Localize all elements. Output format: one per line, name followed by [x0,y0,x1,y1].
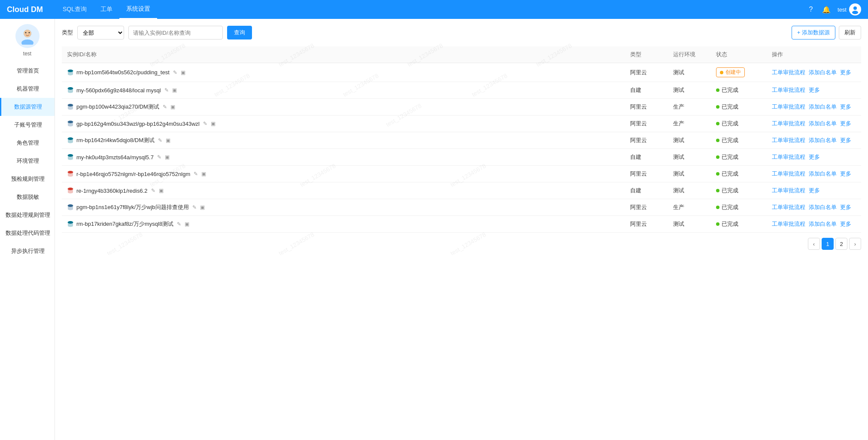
action-link[interactable]: 更多 [840,137,851,144]
cell-type: 阿里云 [625,63,668,82]
status-badge: 已完成 [716,203,738,211]
table-row: my-560pdx66g9z4848/local mysql ✎ ▣ 自建测试 … [62,82,861,99]
action-link[interactable]: 工单审批流程 [772,170,805,178]
edit-icon[interactable]: ✎ [151,188,155,194]
doc-icon[interactable]: ▣ [159,188,164,194]
action-link[interactable]: 工单审批流程 [772,220,805,228]
page-2-button[interactable]: 2 [835,238,847,250]
edit-icon[interactable]: ✎ [203,121,207,127]
instance-id-text: my-hk0u4tp3mzts64a/mysql5.7 [76,154,154,161]
sidebar-item-machine[interactable]: 机器管理 [0,80,55,98]
action-link[interactable]: 更多 [840,103,851,111]
edit-icon[interactable]: ✎ [192,204,197,210]
cell-env: 测试 [668,82,711,99]
doc-icon[interactable]: ▣ [201,171,206,177]
db-type-icon [67,137,74,144]
action-link[interactable]: 工单审批流程 [772,69,805,76]
cell-env: 测试 [668,182,711,199]
sidebar-item-env[interactable]: 环境管理 [0,152,55,170]
sidebar-item-dashboard[interactable]: 管理首页 [0,62,55,80]
doc-icon[interactable]: ▣ [166,137,170,143]
search-button[interactable]: 查询 [227,26,252,39]
type-select[interactable]: 全部 MySQL Redis PostgreSQL [77,26,124,39]
edit-icon[interactable]: ✎ [158,137,162,143]
cell-type: 阿里云 [625,199,668,216]
edit-icon[interactable]: ✎ [157,154,161,160]
action-link[interactable]: 更多 [809,153,820,161]
page-1-button[interactable]: 1 [822,238,834,250]
doc-icon[interactable]: ▣ [181,70,185,76]
sidebar-item-data-code[interactable]: 数据处理代码管理 [0,224,55,242]
avatar [849,3,861,15]
sidebar-item-subaccount[interactable]: 子账号管理 [0,116,55,134]
nav-sql[interactable]: SQL查询 [56,0,94,19]
nav-work-order[interactable]: 工单 [94,0,119,19]
action-link[interactable]: 更多 [840,69,851,76]
action-links: 工单审批流程添加白名单更多 [772,103,856,111]
action-link[interactable]: 更多 [809,187,820,194]
action-link[interactable]: 工单审批流程 [772,86,805,94]
cell-actions: 工单审批流程添加白名单更多 [767,216,861,233]
action-link[interactable]: 工单审批流程 [772,103,805,111]
action-link[interactable]: 工单审批流程 [772,120,805,127]
doc-icon[interactable]: ▣ [185,221,189,227]
sidebar-item-data-rule[interactable]: 数据处理规则管理 [0,206,55,224]
refresh-button[interactable]: 刷新 [839,26,861,39]
action-link[interactable]: 更多 [809,86,820,94]
next-page-button[interactable]: › [849,238,861,250]
doc-icon[interactable]: ▣ [170,104,175,110]
sidebar-item-precheck[interactable]: 预检规则管理 [0,170,55,188]
status-text: 已完成 [722,170,738,178]
doc-icon[interactable]: ▣ [172,87,177,93]
action-link[interactable]: 工单审批流程 [772,203,805,211]
sidebar-item-desensitize[interactable]: 数据脱敏 [0,188,55,206]
edit-icon[interactable]: ✎ [194,171,198,177]
edit-icon[interactable]: ✎ [163,104,167,110]
doc-icon[interactable]: ▣ [165,154,170,160]
action-link[interactable]: 添加白名单 [809,69,837,76]
cell-actions: 工单审批流程添加白名单更多 [767,99,861,115]
help-icon[interactable]: ? [807,5,815,14]
action-link[interactable]: 更多 [840,220,851,228]
header: Cloud DM SQL查询 工单 系统设置 ? 🔔 test [0,0,868,19]
sidebar-item-datasource[interactable]: 数据源管理 [0,98,55,116]
sidebar-item-async[interactable]: 异步执行管理 [0,242,55,260]
instance-id-container: rm-bp17kriden7gkaf8z/万少mysql8测试 ✎ ▣ [67,220,620,228]
bell-icon[interactable]: 🔔 [822,5,831,14]
sidebar-item-role[interactable]: 角色管理 [0,134,55,152]
action-links: 工单审批流程添加白名单更多 [772,69,856,76]
nav-system-settings[interactable]: 系统设置 [119,0,157,19]
status-text: 已完成 [722,203,738,211]
action-link[interactable]: 更多 [840,120,851,127]
action-link[interactable]: 添加白名单 [809,203,837,211]
edit-icon[interactable]: ✎ [164,87,169,93]
status-dot [716,222,719,226]
action-link[interactable]: 更多 [840,203,851,211]
cell-status: 已完成 [711,199,767,216]
add-datasource-button[interactable]: + 添加数据源 [792,26,835,39]
action-link[interactable]: 添加白名单 [809,170,837,178]
action-link[interactable]: 工单审批流程 [772,153,805,161]
action-link[interactable]: 工单审批流程 [772,137,805,144]
header-nav: SQL查询 工单 系统设置 [56,0,807,19]
layout: test 管理首页 机器管理 数据源管理 子账号管理 角色管理 环境管理 预检规… [0,19,868,440]
cell-actions: 工单审批流程更多 [767,149,861,166]
doc-icon[interactable]: ▣ [211,121,215,127]
action-link[interactable]: 添加白名单 [809,220,837,228]
action-link[interactable]: 添加白名单 [809,103,837,111]
search-input[interactable] [128,26,223,39]
edit-icon[interactable]: ✎ [177,221,181,227]
cell-status: 已完成 [711,132,767,149]
action-link[interactable]: 更多 [840,170,851,178]
action-link[interactable]: 添加白名单 [809,120,837,127]
status-badge: 已完成 [716,220,738,228]
prev-page-button[interactable]: ‹ [808,238,820,250]
cell-type: 阿里云 [625,166,668,182]
doc-icon[interactable]: ▣ [200,204,205,210]
status-text: 已完成 [722,137,738,144]
action-link[interactable]: 添加白名单 [809,137,837,144]
action-link[interactable]: 工单审批流程 [772,187,805,194]
cell-actions: 工单审批流程添加白名单更多 [767,63,861,82]
edit-icon[interactable]: ✎ [173,70,177,76]
header-user[interactable]: test [838,3,861,15]
